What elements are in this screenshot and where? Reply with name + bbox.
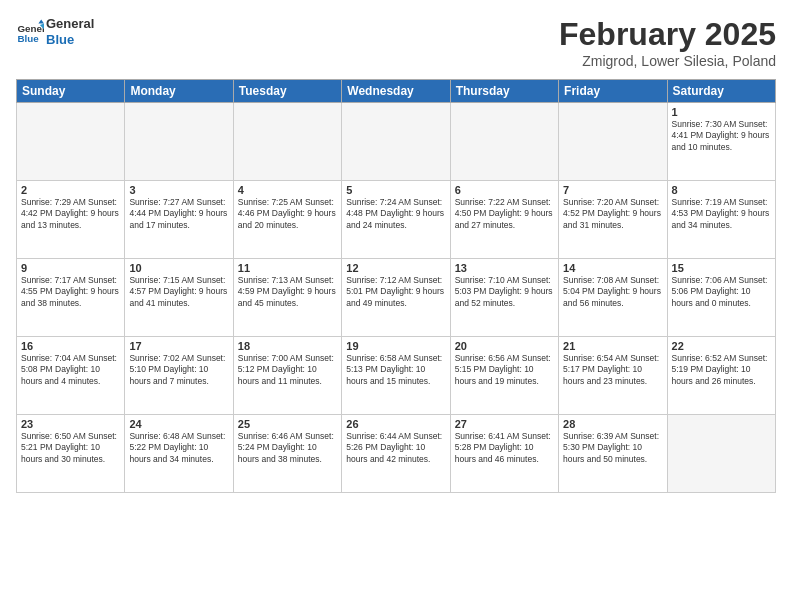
- day-number: 22: [672, 340, 771, 352]
- calendar-cell: 13Sunrise: 7:10 AM Sunset: 5:03 PM Dayli…: [450, 259, 558, 337]
- dow-header: Saturday: [667, 80, 775, 103]
- day-number: 16: [21, 340, 120, 352]
- day-info: Sunrise: 6:56 AM Sunset: 5:15 PM Dayligh…: [455, 353, 554, 387]
- day-number: 9: [21, 262, 120, 274]
- day-number: 21: [563, 340, 662, 352]
- day-info: Sunrise: 7:22 AM Sunset: 4:50 PM Dayligh…: [455, 197, 554, 231]
- calendar-week-row: 1Sunrise: 7:30 AM Sunset: 4:41 PM Daylig…: [17, 103, 776, 181]
- day-info: Sunrise: 7:15 AM Sunset: 4:57 PM Dayligh…: [129, 275, 228, 309]
- day-info: Sunrise: 7:10 AM Sunset: 5:03 PM Dayligh…: [455, 275, 554, 309]
- calendar-cell: 9Sunrise: 7:17 AM Sunset: 4:55 PM Daylig…: [17, 259, 125, 337]
- day-info: Sunrise: 7:17 AM Sunset: 4:55 PM Dayligh…: [21, 275, 120, 309]
- day-number: 24: [129, 418, 228, 430]
- day-info: Sunrise: 7:13 AM Sunset: 4:59 PM Dayligh…: [238, 275, 337, 309]
- header: General Blue General Blue February 2025 …: [16, 16, 776, 69]
- calendar-cell: 3Sunrise: 7:27 AM Sunset: 4:44 PM Daylig…: [125, 181, 233, 259]
- dow-header: Friday: [559, 80, 667, 103]
- dow-header: Wednesday: [342, 80, 450, 103]
- day-number: 20: [455, 340, 554, 352]
- calendar-cell: 18Sunrise: 7:00 AM Sunset: 5:12 PM Dayli…: [233, 337, 341, 415]
- calendar-week-row: 23Sunrise: 6:50 AM Sunset: 5:21 PM Dayli…: [17, 415, 776, 493]
- calendar-cell: 6Sunrise: 7:22 AM Sunset: 4:50 PM Daylig…: [450, 181, 558, 259]
- day-info: Sunrise: 6:50 AM Sunset: 5:21 PM Dayligh…: [21, 431, 120, 465]
- calendar-cell: 22Sunrise: 6:52 AM Sunset: 5:19 PM Dayli…: [667, 337, 775, 415]
- day-number: 17: [129, 340, 228, 352]
- calendar-cell: 11Sunrise: 7:13 AM Sunset: 4:59 PM Dayli…: [233, 259, 341, 337]
- calendar-body: 1Sunrise: 7:30 AM Sunset: 4:41 PM Daylig…: [17, 103, 776, 493]
- day-number: 11: [238, 262, 337, 274]
- day-number: 19: [346, 340, 445, 352]
- day-info: Sunrise: 7:19 AM Sunset: 4:53 PM Dayligh…: [672, 197, 771, 231]
- title-section: February 2025 Zmigrod, Lower Silesia, Po…: [559, 16, 776, 69]
- logo-icon: General Blue: [16, 18, 44, 46]
- day-number: 18: [238, 340, 337, 352]
- calendar-cell: 14Sunrise: 7:08 AM Sunset: 5:04 PM Dayli…: [559, 259, 667, 337]
- day-info: Sunrise: 6:48 AM Sunset: 5:22 PM Dayligh…: [129, 431, 228, 465]
- day-info: Sunrise: 7:25 AM Sunset: 4:46 PM Dayligh…: [238, 197, 337, 231]
- day-number: 1: [672, 106, 771, 118]
- day-number: 14: [563, 262, 662, 274]
- day-number: 27: [455, 418, 554, 430]
- month-title: February 2025: [559, 16, 776, 53]
- day-number: 13: [455, 262, 554, 274]
- day-info: Sunrise: 7:12 AM Sunset: 5:01 PM Dayligh…: [346, 275, 445, 309]
- day-number: 8: [672, 184, 771, 196]
- calendar-week-row: 2Sunrise: 7:29 AM Sunset: 4:42 PM Daylig…: [17, 181, 776, 259]
- day-number: 4: [238, 184, 337, 196]
- day-number: 25: [238, 418, 337, 430]
- day-info: Sunrise: 6:44 AM Sunset: 5:26 PM Dayligh…: [346, 431, 445, 465]
- calendar-cell: 17Sunrise: 7:02 AM Sunset: 5:10 PM Dayli…: [125, 337, 233, 415]
- location-title: Zmigrod, Lower Silesia, Poland: [559, 53, 776, 69]
- day-number: 3: [129, 184, 228, 196]
- logo: General Blue General Blue: [16, 16, 94, 47]
- calendar-week-row: 9Sunrise: 7:17 AM Sunset: 4:55 PM Daylig…: [17, 259, 776, 337]
- calendar-cell: 24Sunrise: 6:48 AM Sunset: 5:22 PM Dayli…: [125, 415, 233, 493]
- calendar-cell: [125, 103, 233, 181]
- day-number: 12: [346, 262, 445, 274]
- calendar-cell: 21Sunrise: 6:54 AM Sunset: 5:17 PM Dayli…: [559, 337, 667, 415]
- day-info: Sunrise: 7:06 AM Sunset: 5:06 PM Dayligh…: [672, 275, 771, 309]
- calendar-cell: 1Sunrise: 7:30 AM Sunset: 4:41 PM Daylig…: [667, 103, 775, 181]
- calendar-cell: 19Sunrise: 6:58 AM Sunset: 5:13 PM Dayli…: [342, 337, 450, 415]
- day-info: Sunrise: 7:30 AM Sunset: 4:41 PM Dayligh…: [672, 119, 771, 153]
- day-info: Sunrise: 6:39 AM Sunset: 5:30 PM Dayligh…: [563, 431, 662, 465]
- calendar-cell: 7Sunrise: 7:20 AM Sunset: 4:52 PM Daylig…: [559, 181, 667, 259]
- calendar-cell: 23Sunrise: 6:50 AM Sunset: 5:21 PM Dayli…: [17, 415, 125, 493]
- calendar-cell: 15Sunrise: 7:06 AM Sunset: 5:06 PM Dayli…: [667, 259, 775, 337]
- dow-header: Sunday: [17, 80, 125, 103]
- calendar-cell: [233, 103, 341, 181]
- calendar-cell: 10Sunrise: 7:15 AM Sunset: 4:57 PM Dayli…: [125, 259, 233, 337]
- calendar-cell: 28Sunrise: 6:39 AM Sunset: 5:30 PM Dayli…: [559, 415, 667, 493]
- calendar-cell: 5Sunrise: 7:24 AM Sunset: 4:48 PM Daylig…: [342, 181, 450, 259]
- calendar-cell: 26Sunrise: 6:44 AM Sunset: 5:26 PM Dayli…: [342, 415, 450, 493]
- day-number: 26: [346, 418, 445, 430]
- day-number: 7: [563, 184, 662, 196]
- svg-marker-2: [38, 19, 44, 23]
- day-info: Sunrise: 7:04 AM Sunset: 5:08 PM Dayligh…: [21, 353, 120, 387]
- calendar-cell: [342, 103, 450, 181]
- day-number: 10: [129, 262, 228, 274]
- calendar-cell: 4Sunrise: 7:25 AM Sunset: 4:46 PM Daylig…: [233, 181, 341, 259]
- calendar-cell: 25Sunrise: 6:46 AM Sunset: 5:24 PM Dayli…: [233, 415, 341, 493]
- dow-header: Monday: [125, 80, 233, 103]
- day-number: 2: [21, 184, 120, 196]
- day-info: Sunrise: 6:58 AM Sunset: 5:13 PM Dayligh…: [346, 353, 445, 387]
- calendar-week-row: 16Sunrise: 7:04 AM Sunset: 5:08 PM Dayli…: [17, 337, 776, 415]
- day-info: Sunrise: 7:20 AM Sunset: 4:52 PM Dayligh…: [563, 197, 662, 231]
- calendar: SundayMondayTuesdayWednesdayThursdayFrid…: [16, 79, 776, 493]
- calendar-cell: [559, 103, 667, 181]
- day-info: Sunrise: 7:02 AM Sunset: 5:10 PM Dayligh…: [129, 353, 228, 387]
- calendar-cell: [667, 415, 775, 493]
- day-info: Sunrise: 6:41 AM Sunset: 5:28 PM Dayligh…: [455, 431, 554, 465]
- calendar-cell: 20Sunrise: 6:56 AM Sunset: 5:15 PM Dayli…: [450, 337, 558, 415]
- calendar-cell: 8Sunrise: 7:19 AM Sunset: 4:53 PM Daylig…: [667, 181, 775, 259]
- day-number: 23: [21, 418, 120, 430]
- day-number: 5: [346, 184, 445, 196]
- day-info: Sunrise: 7:27 AM Sunset: 4:44 PM Dayligh…: [129, 197, 228, 231]
- day-info: Sunrise: 7:29 AM Sunset: 4:42 PM Dayligh…: [21, 197, 120, 231]
- day-number: 28: [563, 418, 662, 430]
- calendar-cell: 16Sunrise: 7:04 AM Sunset: 5:08 PM Dayli…: [17, 337, 125, 415]
- dow-header: Thursday: [450, 80, 558, 103]
- calendar-cell: 27Sunrise: 6:41 AM Sunset: 5:28 PM Dayli…: [450, 415, 558, 493]
- day-number: 15: [672, 262, 771, 274]
